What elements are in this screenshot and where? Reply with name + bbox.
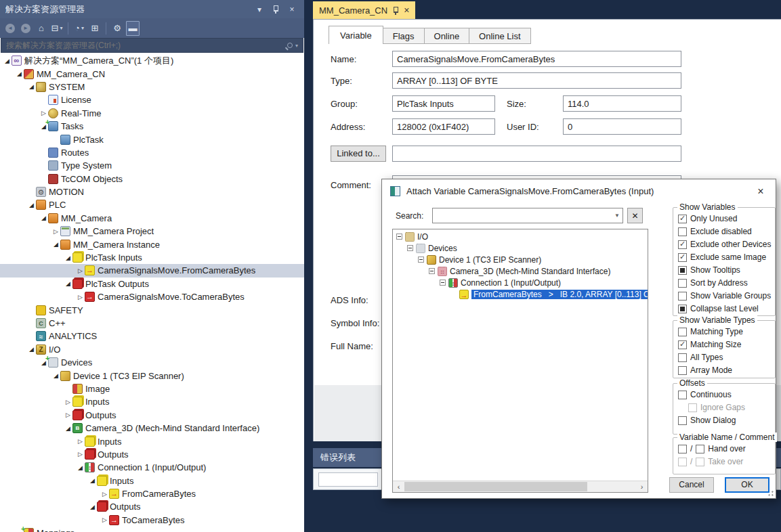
tree-item[interactable]: License: [0, 93, 304, 106]
checkbox-item[interactable]: Continuous: [678, 389, 775, 401]
expander-icon[interactable]: ▷: [100, 491, 109, 497]
selected-variable[interactable]: FromCameraBytes>IB 2.0, ARRAY [0..113] O…: [471, 290, 648, 299]
tree-item[interactable]: ⚙MOTION: [0, 185, 304, 198]
tree-item[interactable]: ◢∞解决方案“MM_Camera_CN”(1 个项目): [0, 54, 304, 67]
address-field[interactable]: [392, 118, 495, 135]
checkbox-item[interactable]: Exclude disabled: [678, 225, 775, 238]
tree-item[interactable]: ◢Outputs: [0, 500, 304, 513]
cancel-button[interactable]: Cancel: [669, 477, 714, 493]
checkbox-item[interactable]: /Hand over: [678, 443, 775, 455]
resize-grip[interactable]: [768, 491, 774, 496]
expander-icon[interactable]: ◢: [27, 346, 36, 353]
dialog-tree-item[interactable]: Devices: [393, 242, 648, 254]
checkbox-item[interactable]: Exclude other Devices: [678, 238, 775, 250]
tree-item[interactable]: ◢PlcTask Inputs: [0, 251, 304, 264]
combo-dropdown-icon[interactable]: ▼: [612, 213, 622, 219]
expander-icon[interactable]: ▷: [39, 110, 48, 116]
checkbox[interactable]: [678, 253, 687, 262]
dialog-tree-item[interactable]: I/O: [393, 231, 648, 242]
expander-icon[interactable]: ▷: [64, 399, 72, 405]
properties-icon[interactable]: ⚙: [110, 21, 124, 36]
tree-item[interactable]: TcCOM Objects: [0, 173, 304, 185]
expander-icon[interactable]: ▷: [64, 412, 72, 418]
expander-icon[interactable]: ▷: [51, 228, 60, 235]
checkbox[interactable]: [678, 366, 687, 375]
collapse-icon[interactable]: [440, 280, 446, 286]
forward-icon[interactable]: ►: [19, 21, 33, 36]
tree-item[interactable]: ◢PLC: [0, 198, 304, 211]
collapse-icon[interactable]: [407, 245, 413, 251]
checkbox[interactable]: [678, 416, 687, 425]
expander-icon[interactable]: ◢: [76, 464, 85, 471]
checkbox[interactable]: [678, 353, 687, 362]
tree-item[interactable]: ◢Devices: [0, 356, 304, 369]
window-position-icon[interactable]: ▾: [253, 3, 266, 16]
dialog-tree-item[interactable]: Device 1 (TC3 EIP Scanner): [393, 254, 648, 265]
back-icon[interactable]: ◄: [3, 21, 17, 36]
expander-icon[interactable]: ◢: [27, 202, 36, 208]
tab-variable[interactable]: Variable: [329, 26, 383, 44]
checkbox-item[interactable]: Array Mode: [678, 364, 775, 376]
tab-close-icon[interactable]: ×: [404, 5, 409, 16]
preview-toggle-icon[interactable]: ▬: [126, 21, 140, 36]
dialog-search-input[interactable]: [433, 211, 612, 221]
dialog-titlebar[interactable]: Attach Variable CameraSignalsMove.FromCa…: [382, 179, 776, 202]
tree-item[interactable]: ◢MM_Camera: [0, 212, 304, 225]
tree-item[interactable]: ▷→FromCameraBytes: [0, 487, 304, 500]
search-options-chevron-icon[interactable]: ▾: [295, 43, 298, 49]
linked-to-button[interactable]: Linked to...: [331, 146, 386, 162]
expander-icon[interactable]: ▷: [100, 516, 109, 523]
group-field[interactable]: [392, 95, 495, 112]
checkbox[interactable]: [678, 305, 687, 313]
checkbox-item[interactable]: Matching Type: [678, 326, 775, 338]
expander-icon[interactable]: ▷: [76, 451, 85, 458]
dialog-tree-item[interactable]: ::Camera_3D (Mech-Mind Standard Interfac…: [393, 265, 648, 277]
checkbox[interactable]: [678, 266, 687, 275]
horizontal-scrollbar[interactable]: ‹ ›: [393, 481, 648, 492]
checkbox-item[interactable]: Sort by Address: [678, 277, 775, 289]
expander-icon[interactable]: ◢: [64, 254, 72, 261]
checkbox[interactable]: [678, 240, 687, 249]
tab-pin-icon[interactable]: [392, 6, 399, 15]
tree-item[interactable]: ▷→CameraSignalsMove.FromCameraBytes: [0, 264, 304, 277]
tree-item[interactable]: ◢SYSTEM: [0, 81, 304, 93]
checkbox[interactable]: [678, 340, 687, 349]
tree-item[interactable]: Routes: [0, 146, 304, 159]
error-filter-box[interactable]: [318, 472, 378, 487]
linked-to-field[interactable]: [392, 146, 681, 162]
tree-item[interactable]: ▷Outputs: [0, 448, 304, 461]
tree-item[interactable]: ◢MM_Camera Instance: [0, 238, 304, 250]
checkbox-item[interactable]: /Take over: [678, 456, 775, 468]
tree-item[interactable]: Type System: [0, 159, 304, 172]
expander-icon[interactable]: ◢: [15, 70, 24, 77]
checkbox-item[interactable]: Show Variable Groups: [678, 290, 775, 302]
tree-item[interactable]: ▷Inputs: [0, 395, 304, 408]
checkbox[interactable]: [678, 215, 687, 223]
expander-icon[interactable]: ▷: [76, 267, 85, 274]
checkbox[interactable]: [678, 227, 687, 236]
document-tab[interactable]: MM_Camera_CN ×: [313, 1, 415, 19]
tree-item[interactable]: ◢Device 1 (TC3 EIP Scanner): [0, 369, 304, 382]
checkbox-item[interactable]: Only Unused: [678, 213, 775, 225]
expander-icon[interactable]: ◢: [3, 58, 12, 64]
collapse-icon[interactable]: [418, 257, 424, 263]
checkbox[interactable]: [678, 445, 687, 453]
name-field[interactable]: [392, 51, 681, 67]
scroll-right-icon[interactable]: ›: [636, 481, 648, 492]
checkbox[interactable]: [678, 279, 687, 288]
tree-item[interactable]: ▷MM_Camera Project: [0, 225, 304, 238]
tree-item[interactable]: ◢↕Connection 1 (Input/Output): [0, 461, 304, 474]
checkbox-item[interactable]: Show Dialog: [678, 414, 775, 426]
show-all-files-icon[interactable]: ⊞: [88, 21, 102, 36]
tree-item[interactable]: ◢MM_Camera_CN: [0, 67, 304, 80]
scrollbar-thumb[interactable]: [404, 482, 587, 491]
tree-item[interactable]: SAFETY: [0, 303, 304, 316]
expander-icon[interactable]: ◢: [64, 280, 72, 287]
pin-icon[interactable]: [269, 3, 282, 16]
tab-online-list[interactable]: Online List: [469, 28, 530, 44]
tree-item[interactable]: CC++: [0, 317, 304, 330]
checkbox-item[interactable]: All Types: [678, 351, 775, 363]
expander-icon[interactable]: ▷: [76, 294, 85, 301]
expander-icon[interactable]: ▷: [76, 438, 85, 445]
scroll-left-icon[interactable]: ‹: [393, 481, 404, 492]
